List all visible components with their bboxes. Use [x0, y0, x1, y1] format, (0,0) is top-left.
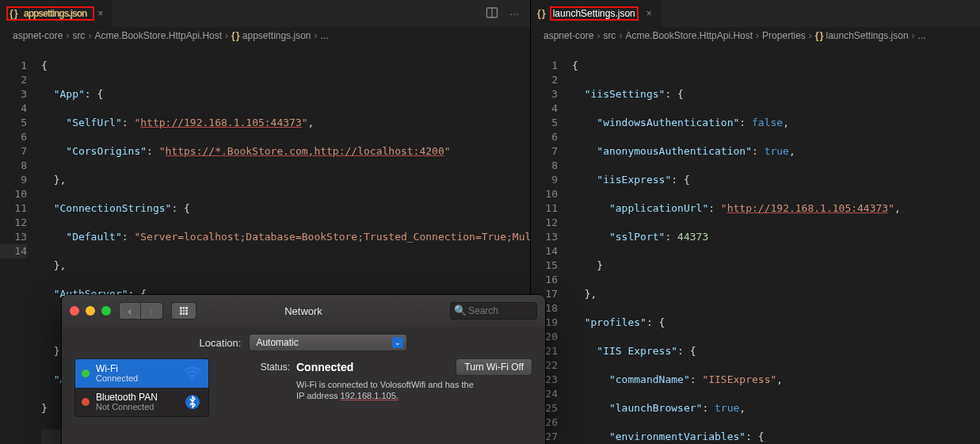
more-icon[interactable]: … [509, 6, 519, 21]
svg-point-2 [192, 377, 194, 380]
status-dot-icon [82, 369, 90, 377]
chevron-updown-icon: ⌄ [392, 337, 403, 348]
tab-filename: launchSettings.json [550, 6, 639, 21]
status-label: Status: [219, 362, 290, 373]
interface-list: Wi-FiConnected Bluetooth PANNot Connecte… [74, 358, 209, 417]
interface-detail: Status: Connected Turn Wi-Fi Off Wi-Fi i… [219, 358, 532, 417]
location-select[interactable]: Automatic ⌄ [249, 334, 407, 351]
close-icon[interactable]: × [94, 8, 106, 19]
tab-launchsettings[interactable]: { } launchSettings.json × [531, 0, 662, 27]
ip-address: 192.168.1.105. [340, 391, 398, 400]
bluetooth-icon [183, 394, 202, 410]
location-row: Location: Automatic ⌄ [62, 327, 545, 358]
tab-filename: appsettings.json [24, 8, 86, 19]
status-dot-icon [82, 398, 90, 406]
breadcrumb[interactable]: aspnet-core› src› Acme.BookStore.HttpApi… [0, 27, 530, 44]
turn-wifi-off-button[interactable]: Turn Wi-Fi Off [456, 358, 532, 376]
split-editor-icon[interactable] [486, 6, 498, 21]
minimize-window-icon[interactable] [86, 306, 95, 316]
code-area[interactable]: { "iisSettings": { "windowsAuthenticatio… [572, 44, 980, 444]
json-file-icon: { } [537, 8, 545, 19]
json-file-icon: { } [815, 30, 823, 41]
gutter: 1234567891011121314 [0, 44, 41, 444]
location-label: Location: [200, 337, 242, 349]
zoom-window-icon[interactable] [101, 306, 111, 316]
close-icon[interactable]: × [643, 8, 655, 19]
editor-right[interactable]: 1234567891011121314151617181920212223242… [531, 44, 980, 444]
back-button[interactable]: ‹ [119, 302, 141, 320]
forward-button[interactable]: › [141, 302, 163, 320]
tabbar: { } appsettings.json × … [0, 0, 530, 27]
location-value: Automatic [256, 337, 298, 348]
interface-bluetooth[interactable]: Bluetooth PANNot Connected [75, 388, 208, 416]
titlebar: ‹ › Network 🔍 [62, 295, 545, 327]
breadcrumb[interactable]: aspnet-core› src› Acme.BookStore.HttpApi… [531, 27, 980, 44]
tabbar: { } launchSettings.json × [531, 0, 980, 27]
tab-appsettings[interactable]: { } appsettings.json × [0, 0, 113, 27]
json-file-icon: { } [231, 30, 239, 41]
close-window-icon[interactable] [70, 306, 79, 316]
network-preferences-window: ‹ › Network 🔍 Location: Automatic ⌄ Wi-F… [62, 295, 545, 444]
interface-wifi[interactable]: Wi-FiConnected [75, 359, 208, 388]
editor-pane-right: { } launchSettings.json × aspnet-core› s… [531, 0, 980, 444]
search-icon: 🔍 [454, 304, 467, 316]
status-value: Connected [296, 361, 353, 373]
tab-actions: … [486, 6, 530, 21]
traffic-lights [70, 306, 111, 316]
connection-description: Wi-Fi is connected to VolosoftWifi and h… [296, 379, 510, 401]
wifi-icon [183, 366, 202, 381]
json-file-icon: { } appsettings.json [6, 6, 94, 21]
show-all-button[interactable] [171, 302, 196, 320]
